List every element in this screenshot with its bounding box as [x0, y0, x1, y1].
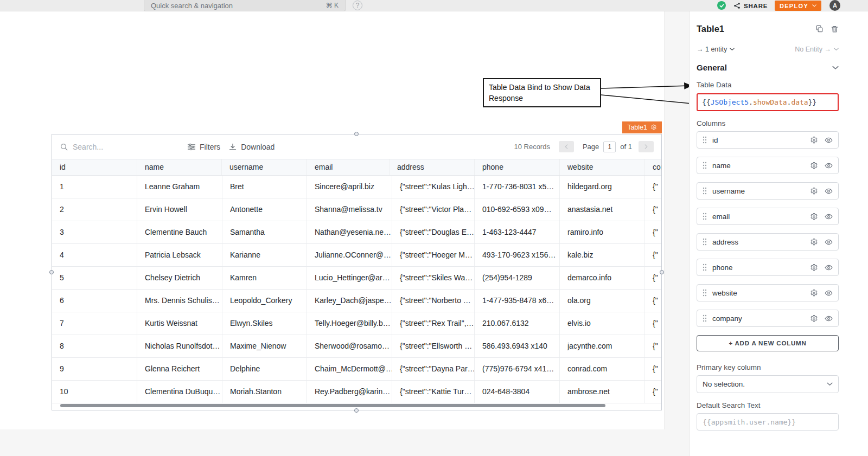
- column-header[interactable]: name: [137, 159, 222, 175]
- filters-button[interactable]: Filters: [187, 143, 220, 151]
- table-cell: Shanna@melissa.tv: [307, 198, 392, 221]
- table-row[interactable]: 4 Patricia Lebsack Karianne Julianne.OCo…: [52, 244, 661, 267]
- drag-handle-icon[interactable]: [703, 136, 707, 144]
- column-visibility-eye-icon[interactable]: [825, 162, 833, 170]
- download-icon: [228, 143, 237, 151]
- column-visibility-eye-icon[interactable]: [825, 213, 833, 221]
- delete-widget-icon[interactable]: [831, 25, 839, 33]
- column-item[interactable]: company: [697, 310, 839, 327]
- column-header[interactable]: id: [52, 159, 137, 175]
- incoming-entities-selector[interactable]: → 1 entity: [697, 46, 735, 53]
- table-cell: {": [645, 358, 661, 380]
- table-row[interactable]: 3 Clementine Bauch Samantha Nathan@yesen…: [52, 221, 661, 244]
- column-header[interactable]: company: [645, 159, 661, 175]
- column-item[interactable]: website: [697, 284, 839, 301]
- drag-handle-icon[interactable]: [703, 187, 707, 195]
- table-cell: Antonette: [222, 198, 307, 221]
- table-widget[interactable]: Filters Download 10 Records Page of 1 id…: [52, 134, 662, 410]
- table-row[interactable]: 8 Nicholas Runolfsdot… Maxime_Nienow She…: [52, 335, 661, 358]
- widget-name-tag[interactable]: Table1: [622, 121, 662, 133]
- table-cell: {"street":"Ellsworth …: [392, 335, 475, 357]
- column-header[interactable]: phone: [475, 159, 560, 175]
- column-visibility-eye-icon[interactable]: [825, 264, 833, 272]
- table-row[interactable]: 1 Leanne Graham Bret Sincere@april.biz {…: [52, 176, 661, 198]
- table-row[interactable]: 9 Glenna Reichert Delphine Chaim_McDermo…: [52, 358, 661, 381]
- resize-handle-right[interactable]: [660, 270, 664, 274]
- share-button[interactable]: SHARE: [733, 0, 768, 11]
- column-settings-gear-icon[interactable]: [810, 213, 818, 221]
- column-item[interactable]: name: [697, 157, 839, 174]
- page-label: Page: [583, 143, 599, 151]
- table-row[interactable]: 6 Mrs. Dennis Schulis… Leopoldo_Corkery …: [52, 290, 661, 312]
- column-header[interactable]: address: [390, 159, 475, 175]
- table-cell: Karianne: [222, 244, 307, 266]
- column-settings-gear-icon[interactable]: [810, 136, 818, 144]
- avatar[interactable]: A: [829, 0, 840, 11]
- share-icon: [733, 2, 741, 9]
- column-settings-gear-icon[interactable]: [810, 162, 818, 170]
- table-cell: {"street":"Kattie Tur…: [392, 381, 475, 403]
- add-new-column-button[interactable]: + ADD A NEW COLUMN: [697, 335, 839, 351]
- column-item[interactable]: address: [697, 233, 839, 251]
- table-cell: jacynthe.com: [560, 335, 645, 357]
- column-item[interactable]: email: [697, 208, 839, 225]
- table-cell: Maxime_Nienow: [222, 335, 307, 357]
- primary-key-select[interactable]: No selection.: [697, 375, 839, 393]
- column-visibility-eye-icon[interactable]: [825, 136, 833, 144]
- horizontal-scrollbar[interactable]: [60, 404, 605, 407]
- widget-settings-gear-icon[interactable]: [650, 124, 657, 131]
- table-data-code-input[interactable]: {{JSObject5.showData.data}}: [697, 93, 839, 111]
- general-section-header[interactable]: General: [697, 63, 839, 72]
- column-settings-gear-icon[interactable]: [810, 264, 818, 272]
- table-search-input[interactable]: [73, 143, 165, 151]
- drag-handle-icon[interactable]: [703, 264, 707, 271]
- prev-page-button[interactable]: [559, 141, 574, 152]
- column-visibility-eye-icon[interactable]: [825, 314, 833, 323]
- column-item[interactable]: username: [697, 182, 839, 200]
- column-header[interactable]: username: [222, 159, 307, 175]
- table-row[interactable]: 5 Chelsey Dietrich Kamren Lucio_Hettinge…: [52, 267, 661, 290]
- column-settings-gear-icon[interactable]: [810, 289, 818, 297]
- table-cell: {"street":"Kulas Ligh…: [392, 176, 475, 198]
- table-cell: 210.067.6132: [475, 312, 560, 335]
- drag-handle-icon[interactable]: [703, 162, 707, 169]
- resize-handle-top[interactable]: [354, 132, 359, 136]
- table-row[interactable]: 2 Ervin Howell Antonette Shanna@melissa.…: [52, 198, 661, 221]
- drag-handle-icon[interactable]: [703, 314, 707, 322]
- quick-search-input[interactable]: [151, 2, 326, 10]
- next-page-button[interactable]: [639, 141, 654, 152]
- page-number-input[interactable]: [603, 142, 616, 152]
- column-visibility-eye-icon[interactable]: [825, 238, 833, 246]
- column-settings-gear-icon[interactable]: [810, 187, 818, 195]
- default-search-input[interactable]: [697, 413, 839, 431]
- help-button[interactable]: ?: [353, 1, 362, 10]
- table-cell: Chelsey Dietrich: [137, 267, 222, 289]
- column-visibility-eye-icon[interactable]: [825, 289, 833, 297]
- quick-search[interactable]: ⌘ K: [144, 0, 346, 11]
- drag-handle-icon[interactable]: [703, 238, 707, 246]
- table-cell: {": [645, 290, 661, 312]
- outgoing-entities-selector[interactable]: No Entity →: [795, 46, 839, 53]
- drag-handle-icon[interactable]: [703, 213, 707, 220]
- deploy-button[interactable]: DEPLOY: [775, 1, 821, 11]
- column-item[interactable]: phone: [697, 259, 839, 276]
- column-header[interactable]: email: [307, 159, 390, 175]
- drag-handle-icon[interactable]: [703, 289, 707, 297]
- resize-handle-bottom[interactable]: [354, 408, 359, 413]
- table-cell: Elwyn.Skiles: [222, 312, 307, 335]
- property-pane-title[interactable]: Table1: [697, 24, 724, 34]
- column-item[interactable]: id: [697, 131, 839, 149]
- column-visibility-eye-icon[interactable]: [825, 187, 833, 195]
- download-button[interactable]: Download: [228, 143, 275, 151]
- column-header[interactable]: website: [560, 159, 645, 175]
- table-cell: elvis.io: [560, 312, 645, 335]
- table-row[interactable]: 7 Kurtis Weissnat Elwyn.Skiles Telly.Hoe…: [52, 312, 661, 335]
- resize-handle-left[interactable]: [49, 270, 54, 274]
- column-settings-gear-icon[interactable]: [810, 314, 818, 323]
- table-cell: Sherwood@rosamo…: [307, 335, 392, 357]
- table-cell: Nicholas Runolfsdot…: [137, 335, 222, 357]
- column-settings-gear-icon[interactable]: [810, 238, 818, 246]
- table-row[interactable]: 10 Clementina DuBuqu… Moriah.Stanton Rey…: [52, 381, 661, 403]
- copy-widget-icon[interactable]: [815, 25, 824, 33]
- table-cell: {": [645, 176, 661, 198]
